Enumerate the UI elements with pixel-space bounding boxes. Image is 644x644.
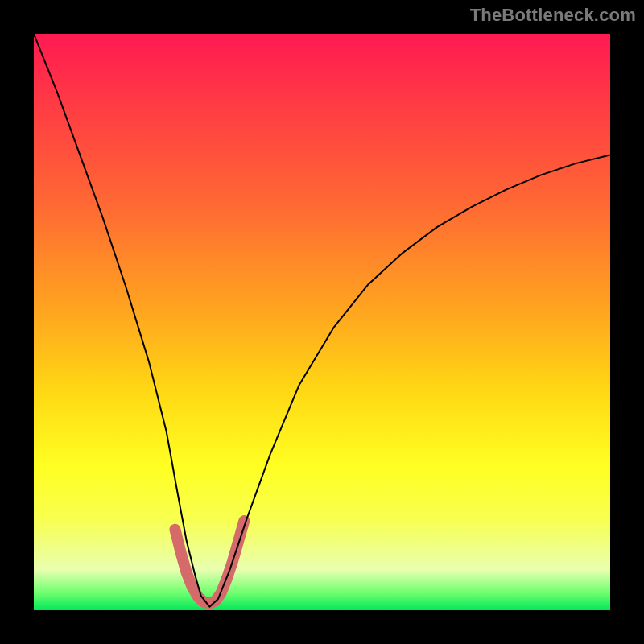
bottleneck-curve [34,34,610,607]
chart-svg [34,34,610,610]
watermark-text: TheBottleneck.com [470,5,636,26]
chart-frame: TheBottleneck.com [0,0,644,644]
chart-plot-area [34,34,610,610]
